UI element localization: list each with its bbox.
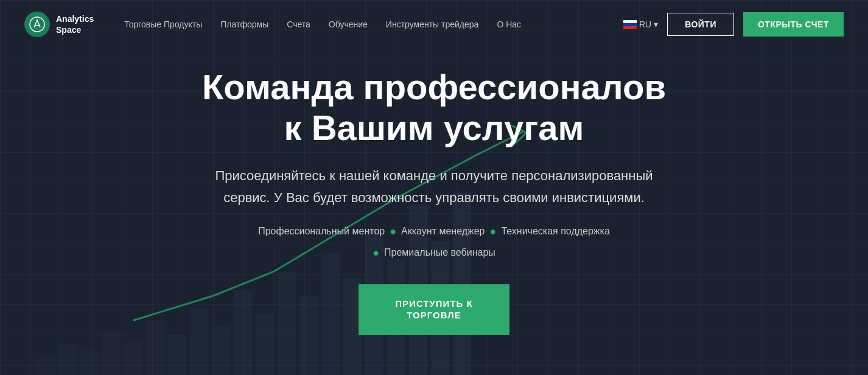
logo-icon (24, 12, 50, 37)
logo-line2: Space (56, 24, 94, 35)
logo[interactable]: Analytics Space (24, 12, 94, 37)
feature-3: Техническая поддержка (501, 226, 609, 237)
lang-label: RU (639, 19, 651, 29)
navbar: Analytics Space Торговые Продукты Платфо… (0, 0, 868, 49)
language-selector[interactable]: RU ▾ (623, 19, 658, 29)
hero-title-line2: к Вашим услугам (284, 108, 584, 147)
nav-education[interactable]: Обучение (329, 19, 368, 29)
nav-trading-products[interactable]: Торговые Продукты (124, 19, 202, 29)
hero-subtitle: Присоединяйтесь к нашей команде и получи… (203, 165, 665, 208)
hero-title: Команда профессионалов к Вашим услугам (12, 67, 856, 148)
login-button[interactable]: ВОЙТИ (667, 13, 734, 36)
feature-2: Аккаунт менеджер (401, 226, 485, 237)
feature-row-1: Профессиональный ментор ● Аккаунт менедж… (12, 225, 856, 238)
feature-dot-2: ● (490, 225, 497, 238)
feature-dot-1: ● (390, 225, 396, 238)
cta-line1: ПРИСТУПИТЬ К (395, 298, 472, 309)
feature-4: Премиальные вебинары (384, 247, 495, 258)
nav-right: RU ▾ ВОЙТИ ОТКРЫТЬ СЧЕТ (623, 12, 844, 37)
feature-dot-3: ● (373, 247, 379, 259)
svg-rect-1 (623, 20, 637, 23)
logo-line1: Analytics (56, 13, 94, 24)
nav-trader-tools[interactable]: Инструменты трейдера (386, 19, 479, 29)
nav-platforms[interactable]: Платформы (220, 19, 268, 29)
feature-row-2: ● Премиальные вебинары (12, 247, 856, 259)
logo-svg-icon (29, 16, 45, 32)
chevron-down-icon: ▾ (654, 19, 658, 29)
open-account-button[interactable]: ОТКРЫТЬ СЧЕТ (743, 12, 844, 37)
logo-text: Analytics Space (56, 13, 94, 35)
start-trading-button[interactable]: ПРИСТУПИТЬ К ТОРГОВЛЕ (359, 284, 509, 335)
chart-bar (37, 357, 55, 375)
svg-rect-2 (623, 23, 637, 26)
nav-links: Торговые Продукты Платформы Счета Обучен… (124, 19, 623, 29)
nav-about[interactable]: О Нас (497, 19, 521, 29)
svg-rect-3 (623, 26, 637, 29)
cta-line2: ТОРГОВЛЕ (407, 310, 461, 320)
hero-section: Команда профессионалов к Вашим услугам П… (0, 49, 868, 359)
nav-accounts[interactable]: Счета (287, 19, 310, 29)
hero-features: Профессиональный ментор ● Аккаунт менедж… (12, 225, 856, 263)
hero-title-line1: Команда профессионалов (202, 67, 666, 107)
flag-icon (623, 20, 637, 29)
feature-1: Профессиональный ментор (258, 226, 385, 237)
